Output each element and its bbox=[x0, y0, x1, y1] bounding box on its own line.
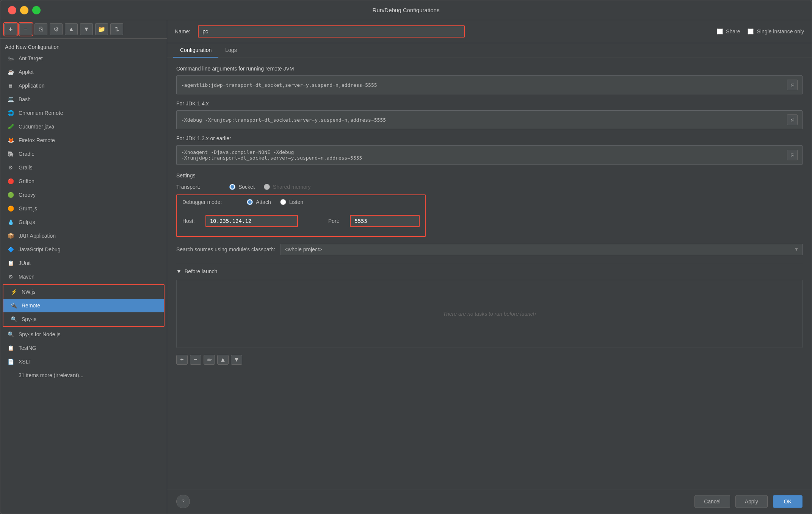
sidebar-item-maven[interactable]: ⚙ Maven bbox=[0, 270, 167, 284]
socket-radio[interactable] bbox=[229, 184, 235, 190]
groovy-icon: 🟢 bbox=[6, 191, 15, 199]
socket-radio-option: Socket bbox=[229, 184, 255, 190]
sidebar-item-testng[interactable]: 📋 TestNG bbox=[0, 341, 167, 355]
cmd-line-multiline: -Xnoagent -Djava.compiler=NONE -Xdebug -… bbox=[181, 149, 783, 161]
host-label: Host: bbox=[182, 218, 195, 224]
nwjs-icon: ⚡ bbox=[9, 288, 18, 296]
window-title: Run/Debug Configurations bbox=[373, 7, 440, 13]
before-launch-header[interactable]: ▼ Before launch bbox=[176, 268, 803, 274]
sidebar-item-grails[interactable]: ⚙ Grails bbox=[0, 161, 167, 174]
sidebar-item-jar-application[interactable]: 📦 JAR Application bbox=[0, 229, 167, 243]
debugger-mode-wrapper: Debugger mode: Attach Listen bbox=[176, 194, 426, 237]
sidebar-item-bash[interactable]: 💻 Bash bbox=[0, 92, 167, 106]
sidebar-item-groovy[interactable]: 🟢 Groovy bbox=[0, 188, 167, 202]
cancel-button[interactable]: Cancel bbox=[694, 495, 730, 508]
cmd-line-box-3: -Xnoagent -Djava.compiler=NONE -Xdebug -… bbox=[176, 145, 803, 165]
sidebar-item-xslt[interactable]: 📄 XSLT bbox=[0, 355, 167, 368]
tab-configuration[interactable]: Configuration bbox=[173, 43, 218, 58]
cucumber-icon: 🥒 bbox=[6, 122, 15, 131]
host-input[interactable] bbox=[206, 216, 297, 226]
apply-button[interactable]: Apply bbox=[735, 495, 768, 508]
add-config-button[interactable]: + bbox=[4, 23, 17, 35]
listen-radio[interactable] bbox=[280, 199, 286, 205]
down-button[interactable]: ▼ bbox=[80, 23, 93, 35]
sidebar-item-griffon[interactable]: 🔴 Griffon bbox=[0, 174, 167, 188]
sidebar-item-label: Griffon bbox=[19, 178, 34, 184]
bl-add-button[interactable]: + bbox=[176, 355, 188, 365]
help-button[interactable]: ? bbox=[176, 495, 190, 508]
move-config-button[interactable]: ⚙ bbox=[50, 23, 63, 35]
bash-icon: 💻 bbox=[6, 95, 15, 103]
sidebar-item-label: Application bbox=[19, 83, 45, 89]
before-launch-toolbar: + − ✏ ▲ ▼ bbox=[176, 353, 803, 366]
ant-target-icon: 🐜 bbox=[6, 54, 15, 63]
sidebar-item-ant-target[interactable]: 🐜 Ant Target bbox=[0, 52, 167, 65]
name-input[interactable] bbox=[199, 26, 464, 37]
bl-down-button[interactable]: ▼ bbox=[231, 355, 242, 365]
sidebar: + − ⎘ ⚙ ▲ ▼ 📁 ⇅ Add New Configuration 🐜 … bbox=[0, 20, 167, 514]
sidebar-item-spy-js-nodejs[interactable]: 🔍 Spy-js for Node.js bbox=[0, 328, 167, 341]
main-window: Run/Debug Configurations + − ⎘ ⚙ ▲ ▼ 📁 ⇅… bbox=[0, 0, 812, 514]
classpath-select[interactable]: <whole project> bbox=[281, 244, 803, 255]
application-icon: 🖥 bbox=[6, 81, 15, 90]
sidebar-item-spy-js[interactable]: 🔍 Spy-js bbox=[3, 312, 164, 326]
copy-button-2[interactable]: ⎘ bbox=[787, 114, 798, 125]
ok-button[interactable]: OK bbox=[773, 495, 803, 508]
copy-button-3[interactable]: ⎘ bbox=[787, 150, 798, 160]
attach-radio[interactable] bbox=[247, 199, 253, 205]
sidebar-item-gradle[interactable]: 🐘 Gradle bbox=[0, 147, 167, 161]
sidebar-item-label: Grails bbox=[19, 165, 33, 171]
listen-radio-option: Listen bbox=[280, 199, 303, 205]
single-instance-label: Single instance only bbox=[757, 28, 804, 34]
bl-edit-button[interactable]: ✏ bbox=[204, 355, 215, 365]
applet-icon: ☕ bbox=[6, 68, 15, 76]
sidebar-item-javascript-debug[interactable]: 🔷 JavaScript Debug bbox=[0, 243, 167, 256]
sidebar-item-label: Gradle bbox=[19, 151, 34, 157]
port-input-wrapper bbox=[350, 215, 420, 227]
grails-icon: ⚙ bbox=[6, 163, 15, 172]
chromium-icon: 🌐 bbox=[6, 109, 15, 117]
up-button[interactable]: ▲ bbox=[65, 23, 78, 35]
sidebar-item-more[interactable]: 31 items more (irrelevant)... bbox=[0, 368, 167, 382]
transport-label: Transport: bbox=[176, 184, 222, 190]
highlighted-items-group: ⚡ NW.js 🔌 Remote 🔍 Spy-js bbox=[3, 284, 165, 327]
sidebar-item-chromium-remote[interactable]: 🌐 Chromium Remote bbox=[0, 106, 167, 120]
junit-icon: 📋 bbox=[6, 259, 15, 267]
title-bar: Run/Debug Configurations bbox=[0, 0, 812, 20]
sort-button[interactable]: ⇅ bbox=[110, 23, 123, 35]
bl-up-button[interactable]: ▲ bbox=[217, 355, 229, 365]
tab-logs[interactable]: Logs bbox=[218, 43, 243, 58]
sidebar-item-cucumber-java[interactable]: 🥒 Cucumber java bbox=[0, 120, 167, 133]
sidebar-item-application[interactable]: 🖥 Application bbox=[0, 79, 167, 92]
single-instance-checkbox[interactable] bbox=[748, 28, 754, 34]
maximize-button[interactable] bbox=[32, 6, 41, 14]
shared-memory-radio[interactable] bbox=[264, 184, 270, 190]
minimize-button[interactable] bbox=[20, 6, 28, 14]
settings-section: Settings Transport: Socket Shared memory bbox=[176, 172, 803, 255]
copy-button-1[interactable]: ⎘ bbox=[787, 80, 798, 90]
folder-button[interactable]: 📁 bbox=[95, 23, 108, 35]
add-new-header: Add New Configuration bbox=[0, 40, 167, 52]
sidebar-item-applet[interactable]: ☕ Applet bbox=[0, 65, 167, 79]
no-tasks-text: There are no tasks to run before launch bbox=[443, 311, 536, 317]
sidebar-item-remote[interactable]: 🔌 Remote bbox=[3, 299, 164, 312]
share-checkbox[interactable] bbox=[717, 28, 723, 34]
sidebar-item-label: Firefox Remote bbox=[19, 137, 55, 143]
bl-remove-button[interactable]: − bbox=[190, 355, 201, 365]
debugger-mode-label: Debugger mode: bbox=[182, 199, 239, 205]
sidebar-item-label: Spy-js for Node.js bbox=[19, 331, 60, 337]
before-launch-area: There are no tasks to run before launch bbox=[176, 280, 803, 348]
sidebar-item-nw-js[interactable]: ⚡ NW.js bbox=[3, 285, 164, 299]
close-button[interactable] bbox=[8, 6, 16, 14]
sidebar-item-grunt-js[interactable]: 🟠 Grunt.js bbox=[0, 202, 167, 215]
remove-config-button[interactable]: − bbox=[19, 23, 32, 35]
sidebar-item-label: JAR Application bbox=[19, 233, 56, 239]
sidebar-item-label: Ant Target bbox=[19, 55, 43, 61]
sidebar-item-label: Groovy bbox=[19, 192, 36, 198]
sidebar-item-firefox-remote[interactable]: 🦊 Firefox Remote bbox=[0, 133, 167, 147]
sidebar-item-gulp-js[interactable]: 💧 Gulp.js bbox=[0, 215, 167, 229]
copy-config-button[interactable]: ⎘ bbox=[34, 23, 47, 35]
sidebar-item-junit[interactable]: 📋 JUnit bbox=[0, 256, 167, 270]
port-input[interactable] bbox=[351, 216, 419, 226]
classpath-select-wrapper: <whole project> bbox=[281, 244, 803, 255]
